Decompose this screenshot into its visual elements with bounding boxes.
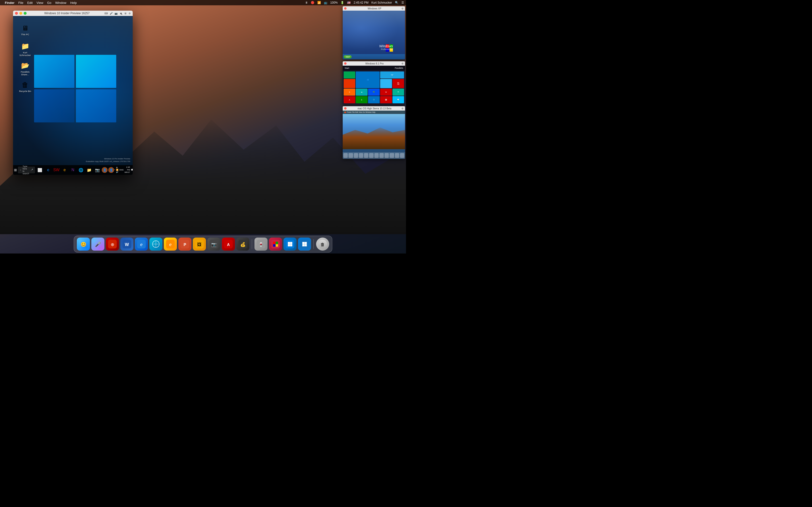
- go-menu-item[interactable]: Go: [47, 1, 51, 5]
- svg-text:🖼: 🖼: [197, 242, 202, 247]
- win10-user-folder-icon[interactable]: 📁 Kurt Schmucker: [17, 41, 34, 57]
- language-flag[interactable]: 🇺🇸: [347, 1, 351, 4]
- macos-dock-icon-10[interactable]: [390, 153, 394, 158]
- dock-parallels[interactable]: ⊕: [106, 237, 119, 250]
- dock-photos[interactable]: 📷: [207, 237, 220, 250]
- macos-hs-close-button[interactable]: [344, 107, 347, 110]
- vm-mic-icon[interactable]: 🎤: [110, 12, 113, 15]
- w81-tile-9[interactable]: W: [380, 89, 392, 96]
- w81-title: Windows 8.1 Pro: [348, 62, 401, 65]
- dock-squirrel[interactable]: 💰: [236, 237, 249, 250]
- w81-tile-5[interactable]: S: [393, 79, 404, 88]
- cortana-mic-icon[interactable]: 🎤: [31, 169, 33, 171]
- macos-dock-icon-12[interactable]: [400, 153, 404, 158]
- dock-safari[interactable]: [149, 237, 162, 250]
- win10-close-button[interactable]: [15, 12, 18, 15]
- dock-wine-gray[interactable]: 🍷: [254, 237, 267, 250]
- win10-recycle-bin-icon[interactable]: 🗑 Recycle Bin: [17, 80, 34, 94]
- w81-tile-10[interactable]: ✉: [393, 89, 404, 96]
- win10-search-box[interactable]: ○ Type here to search 🎤: [18, 167, 35, 173]
- wxp-settings-icon[interactable]: ⚙: [401, 7, 404, 10]
- taskbar-onenote[interactable]: N: [69, 166, 77, 174]
- taskbar-notification-icon[interactable]: 💬: [131, 169, 133, 171]
- w81-tile-0[interactable]: [344, 71, 355, 78]
- vm-settings-icon[interactable]: ⚙: [129, 12, 131, 15]
- systray-expand-icon[interactable]: ^: [114, 169, 115, 171]
- dock-gallery[interactable]: 🖼: [193, 237, 206, 250]
- w81-tile-7[interactable]: ☁: [356, 89, 367, 96]
- help-menu-item[interactable]: Help: [70, 1, 77, 5]
- w81-settings-icon[interactable]: ⚙: [401, 62, 404, 65]
- w81-topbar: Start Parallels: [343, 66, 405, 70]
- taskbar-explorer[interactable]: 📁: [85, 166, 93, 174]
- win10-start-button[interactable]: ⊞: [14, 166, 17, 174]
- dock-siri[interactable]: 🎤: [91, 237, 104, 250]
- parallels-menu-icon[interactable]: 🔴: [311, 1, 314, 4]
- dock-finder[interactable]: 😊: [77, 237, 90, 250]
- macos-dock-icon-8[interactable]: [379, 153, 384, 158]
- pause-icon[interactable]: ⏸: [305, 1, 308, 4]
- macos-dock-icon-7[interactable]: [374, 153, 379, 158]
- win10-minimize-button[interactable]: [19, 12, 22, 15]
- w81-tile-1[interactable]: 👥: [356, 71, 379, 88]
- macos-dock-icon-9[interactable]: [385, 153, 389, 158]
- win10-this-pc-icon[interactable]: 🖥 This PC: [17, 23, 34, 37]
- macos-dock-icon-4[interactable]: [359, 153, 363, 158]
- w81-tile-weather[interactable]: 78°: [380, 71, 404, 78]
- wifi-icon[interactable]: 📶: [317, 1, 321, 4]
- win10-logo-br: [76, 89, 116, 122]
- macos-dock-icon-3[interactable]: [354, 153, 358, 158]
- w81-tile-6[interactable]: 6: [344, 89, 355, 96]
- file-menu-item[interactable]: File: [18, 1, 23, 5]
- macos-dock-icon-5[interactable]: [364, 153, 368, 158]
- w81-close-button[interactable]: [344, 62, 347, 65]
- win10-parallels-share-icon[interactable]: 📂 Parallels Share...: [17, 61, 34, 77]
- search-icon[interactable]: 🔍: [395, 1, 399, 4]
- vm-screen-icon[interactable]: 🖥: [124, 12, 126, 15]
- finder-menu-item[interactable]: Finder: [5, 1, 14, 5]
- taskbar-task-view[interactable]: ⬜: [36, 166, 44, 174]
- wxp-close-button[interactable]: [344, 7, 347, 10]
- dock-win10-a[interactable]: [284, 237, 297, 250]
- w81-tile-13[interactable]: ⬡: [368, 96, 379, 103]
- dock-word[interactable]: W: [120, 237, 134, 250]
- dock-win10-b[interactable]: [298, 237, 311, 250]
- win10-maximize-button[interactable]: [24, 12, 27, 15]
- w81-tile-15[interactable]: 💬: [393, 96, 404, 103]
- edit-menu-item[interactable]: Edit: [27, 1, 33, 5]
- wxp-start-button[interactable]: start: [344, 55, 352, 58]
- dock-acrobat[interactable]: A: [222, 237, 235, 250]
- macos-hs-settings-icon[interactable]: ⚙: [401, 107, 404, 110]
- recycle-bin-label: Recycle Bin: [19, 90, 31, 93]
- notification-icon[interactable]: ☰: [401, 1, 404, 4]
- w81-tile-11[interactable]: A: [344, 96, 355, 103]
- w81-tile-4[interactable]: [380, 79, 392, 88]
- taskbar-chrome[interactable]: 🌐: [77, 166, 85, 174]
- taskbar-avatar[interactable]: 👤: [102, 167, 108, 173]
- macos-dock-icon-6[interactable]: [369, 153, 373, 158]
- window-menu-item[interactable]: Window: [55, 1, 66, 5]
- dock-trash[interactable]: 🗑: [316, 237, 329, 250]
- macos-dock-icon-11[interactable]: [395, 153, 399, 158]
- w81-tile-8[interactable]: 🌿: [368, 89, 379, 96]
- taskbar-sw[interactable]: SW: [52, 166, 60, 174]
- macos-dock-icon-1[interactable]: [343, 153, 348, 158]
- dock-win-xp[interactable]: [269, 237, 282, 250]
- vm-camera-icon[interactable]: 📷: [114, 12, 117, 15]
- dock-powerpoint[interactable]: P: [179, 237, 191, 250]
- w81-tile-3[interactable]: [344, 79, 355, 88]
- taskbar-ie2[interactable]: e: [61, 166, 68, 174]
- vm-keyboard-icon[interactable]: ⌨: [104, 12, 108, 15]
- w81-tile-14[interactable]: 📅: [380, 96, 392, 103]
- svg-rect-34: [288, 242, 290, 244]
- taskbar-extra1[interactable]: 📷: [94, 166, 101, 174]
- taskbar-avatar2[interactable]: 👤: [108, 167, 114, 173]
- w81-tile-12[interactable]: E: [356, 96, 367, 103]
- vm-usb-icon[interactable]: 🔌: [119, 12, 122, 15]
- view-menu-item[interactable]: View: [37, 1, 43, 5]
- dock-ie-orange[interactable]: e: [164, 237, 177, 250]
- dock-ie-blue[interactable]: e: [135, 237, 148, 250]
- macos-dock-icon-2[interactable]: [349, 153, 353, 158]
- taskbar-ie[interactable]: e: [44, 166, 52, 174]
- airplay-icon[interactable]: 📺: [324, 1, 327, 4]
